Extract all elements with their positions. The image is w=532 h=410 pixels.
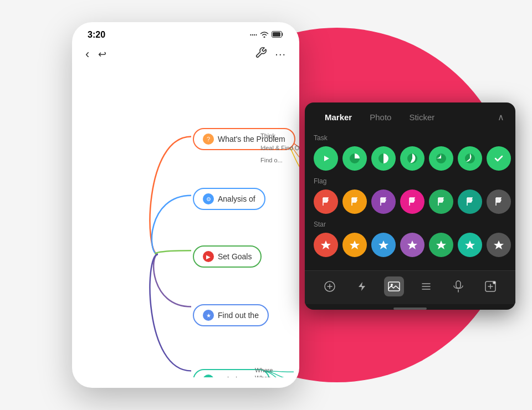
findout-node[interactable]: ★ Find out the [193, 304, 269, 326]
analysis-label: Analysis of [218, 194, 255, 203]
flag-purple[interactable] [371, 189, 396, 214]
task-marker-62[interactable] [400, 146, 424, 171]
signal-icon: ···· [250, 31, 257, 39]
star-marker-row [314, 233, 507, 257]
back-button[interactable]: ‹ [85, 47, 89, 62]
undo-button[interactable]: ↩ [98, 48, 106, 60]
toolbar-attach-button[interactable] [480, 276, 500, 296]
flag-orange[interactable] [342, 189, 367, 214]
task-marker-row [314, 146, 507, 171]
branch-when: When [255, 375, 271, 377]
solutions-icon: ✓ [203, 375, 214, 377]
flag-dark[interactable] [487, 189, 511, 214]
toolbar-lightning-button[interactable] [352, 276, 372, 296]
mindmap-area: ? What's the Problem ⚙ Analysis of ▶ Set… [72, 67, 299, 377]
panel-tabs: Marker Photo Sticker ∧ [305, 102, 515, 127]
flag-section-label: Flag [314, 177, 507, 185]
analysis-node[interactable]: ⚙ Analysis of [193, 188, 265, 210]
tab-marker[interactable]: Marker [316, 110, 361, 124]
toolbar-list-button[interactable] [416, 276, 436, 296]
branch-ideal: Ideal & Find O [260, 145, 299, 151]
svg-rect-24 [456, 281, 461, 288]
svg-rect-1 [273, 32, 280, 37]
star-orange[interactable] [342, 233, 367, 257]
star-section-label: Star [314, 221, 507, 228]
svg-marker-14 [494, 240, 504, 249]
task-marker-87[interactable] [458, 146, 482, 171]
status-time: 3:20 [88, 30, 105, 40]
svg-marker-2 [324, 156, 329, 161]
toolbar-mic-button[interactable] [448, 276, 468, 296]
panel-chevron-icon[interactable]: ∧ [498, 112, 504, 122]
branch-think: Think ... [260, 132, 282, 139]
task-marker-0[interactable] [314, 146, 338, 171]
task-marker-50[interactable] [371, 146, 396, 171]
svg-marker-9 [350, 240, 360, 249]
toolbar-image-button[interactable] [384, 276, 404, 296]
svg-marker-8 [321, 240, 331, 249]
flag-red[interactable] [314, 189, 338, 214]
svg-marker-18 [359, 282, 365, 291]
svg-marker-11 [407, 240, 417, 249]
task-marker-100[interactable] [487, 146, 511, 171]
wifi-icon [260, 31, 269, 39]
toolbar-add-button[interactable] [320, 276, 340, 296]
solutions-label: Solutions [218, 376, 250, 377]
branch-where: Where [255, 367, 273, 373]
status-bar: 3:20 ···· [72, 22, 299, 44]
flag-teal[interactable] [458, 189, 482, 214]
analysis-icon: ⚙ [203, 193, 214, 204]
status-icons: ···· [250, 31, 284, 39]
panel-handle [393, 308, 427, 310]
flag-marker-row [314, 189, 507, 214]
svg-marker-12 [436, 240, 446, 249]
panel-toolbar [305, 270, 515, 304]
star-red[interactable] [314, 233, 338, 257]
star-green[interactable] [429, 233, 453, 257]
battery-icon [272, 31, 284, 39]
marker-panel: Marker Photo Sticker ∧ Task [305, 102, 515, 310]
flag-green[interactable] [429, 189, 453, 214]
nav-bar: ‹ ↩ ··· [72, 44, 299, 67]
goals-label: Set Goals [218, 252, 252, 261]
svg-marker-10 [378, 240, 388, 249]
goals-icon: ▶ [203, 251, 214, 262]
svg-marker-13 [465, 240, 475, 249]
goals-node[interactable]: ▶ Set Goals [193, 245, 262, 268]
problem-icon: ? [203, 134, 214, 145]
findout-icon: ★ [203, 310, 214, 321]
scene: 3:20 ···· [0, 0, 532, 410]
task-section-label: Task [314, 134, 507, 142]
more-button[interactable]: ··· [275, 48, 286, 60]
tool-button[interactable] [255, 47, 267, 62]
task-marker-25[interactable] [342, 146, 367, 171]
task-marker-75[interactable] [429, 146, 453, 171]
star-teal[interactable] [458, 233, 482, 257]
phone-mockup: 3:20 ···· [72, 22, 299, 388]
star-blue[interactable] [371, 233, 396, 257]
tab-photo[interactable]: Photo [361, 110, 400, 124]
star-purple[interactable] [400, 233, 424, 257]
branch-find: Find o... [260, 157, 283, 163]
flag-pink[interactable] [400, 189, 424, 214]
panel-content: Task [305, 127, 515, 270]
tab-sticker[interactable]: Sticker [400, 110, 443, 124]
findout-label: Find out the [218, 311, 259, 320]
star-dark[interactable] [487, 233, 511, 257]
